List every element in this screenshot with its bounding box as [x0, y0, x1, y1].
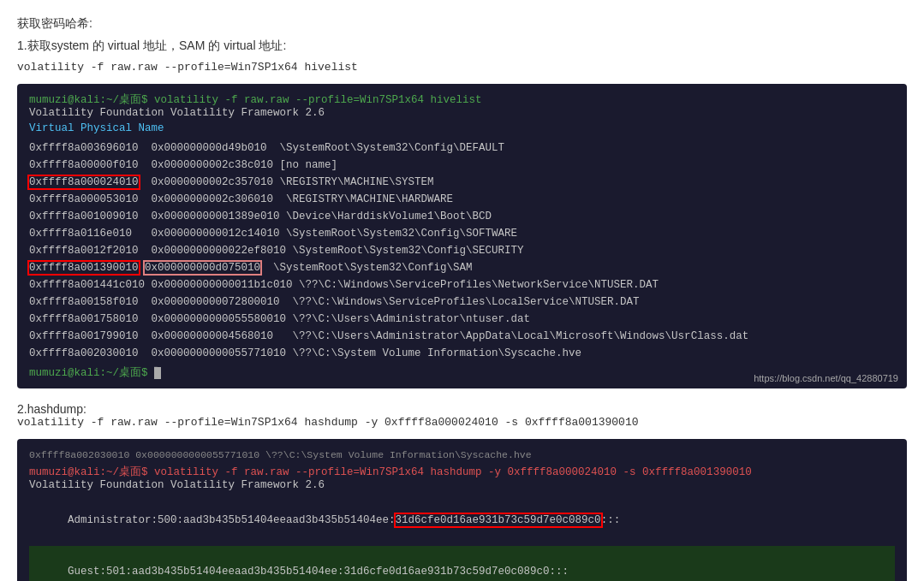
table-row: 0xffff8a0116e010 0x000000000012c14010 \S… — [29, 225, 895, 242]
guest-line: Guest:501:aad3b435b51404eeaad3b435b51404… — [68, 566, 569, 578]
terminal2-prompt-text: mumuzi@kali:~/桌面$ volatility -f raw.raw … — [29, 466, 752, 478]
terminal1-rows: 0xffff8a003696010 0x000000000d49b010 \Sy… — [29, 139, 895, 362]
table-row: 0xffff8a001799010 0x00000000004568010 \?… — [29, 328, 895, 345]
step1-cmd: volatility -f raw.raw --profile=Win7SP1x… — [17, 58, 907, 77]
terminal-2: 0xffff8a002030010 0x0000000000055771010 … — [17, 439, 907, 581]
table-row: 0xffff8a0012f2010 0x0000000000022ef8010 … — [29, 242, 895, 259]
terminal2-prompt: mumuzi@kali:~/桌面$ volatility -f raw.raw … — [29, 465, 895, 479]
table-row: 0xffff8a002030010 0x0000000000055771010 … — [29, 345, 895, 362]
header-title: 获取密码哈希: — [17, 14, 907, 34]
section2-block: 2.hashdump: volatility -f raw.raw --prof… — [17, 402, 907, 429]
highlight-system-virtual: 0xffff8a000024010 — [29, 176, 139, 188]
table-row: 0xffff8a000053010 0x0000000002c306010 \R… — [29, 191, 895, 208]
table-row-sam: 0xffff8a001390010 0x000000000d075010 \Sy… — [29, 259, 895, 276]
terminal1-col-header: Virtual Physical Name — [29, 122, 895, 134]
table-row: 0xffff8a001441c010 0x00000000000011b1c01… — [29, 276, 895, 293]
section2-label: 2.hashdump: — [17, 402, 907, 416]
table-row: 0xffff8a001009010 0x00000000001389e010 \… — [29, 208, 895, 225]
table-row: 0xffff8a003696010 0x000000000d49b010 \Sy… — [29, 139, 895, 157]
admin-hash-highlight: 31d6cfe0d16ae931b73c59d7e0c089c0 — [396, 514, 601, 526]
section2-cmd: volatility -f raw.raw --profile=Win7SP1x… — [17, 416, 907, 429]
terminal2-partial-row: 0xffff8a002030010 0x0000000000055771010 … — [29, 448, 895, 463]
terminal1-prompt-text: mumuzi@kali:~/桌面$ volatility -f raw.raw … — [29, 94, 482, 106]
table-row-system: 0xffff8a000024010 0x0000000002c357010 \R… — [29, 174, 895, 191]
terminal1-prompt: mumuzi@kali:~/桌面$ volatility -f raw.raw … — [29, 92, 895, 107]
admin-line-prefix: Administrator:500:aad3b435b51404eeaad3b4… — [68, 514, 396, 526]
step1-label: 1.获取system 的 virtual 地址，SAM 的 virtual 地址… — [17, 36, 907, 56]
terminal-1: mumuzi@kali:~/桌面$ volatility -f raw.raw … — [17, 84, 907, 388]
table-row: 0xffff8a00158f010 0x000000000072800010 \… — [29, 293, 895, 311]
highlight-sam-physical: 0x000000000d075010 — [145, 262, 260, 274]
guest-hash-row: Guest:501:aad3b435b51404eeaad3b435b51404… — [29, 546, 895, 581]
admin-line-suffix: ::: — [601, 514, 621, 526]
header-title-block: 获取密码哈希: 1.获取system 的 virtual 地址，SAM 的 vi… — [17, 14, 907, 77]
table-row: 0xffff8a001758010 0x0000000000055580010 … — [29, 311, 895, 328]
admin-hash-row: Administrator:500:aad3b435b51404eeaad3b4… — [29, 495, 895, 546]
terminal2-header: Volatility Foundation Volatility Framewo… — [29, 479, 895, 491]
watermark: https://blog.csdn.net/qq_42880719 — [754, 373, 898, 383]
highlight-sam-virtual: 0xffff8a001390010 — [29, 262, 139, 274]
table-row: 0xffff8a00000f010 0x0000000002c38c010 [n… — [29, 157, 895, 174]
terminal1-header: Volatility Foundation Volatility Framewo… — [29, 107, 895, 119]
